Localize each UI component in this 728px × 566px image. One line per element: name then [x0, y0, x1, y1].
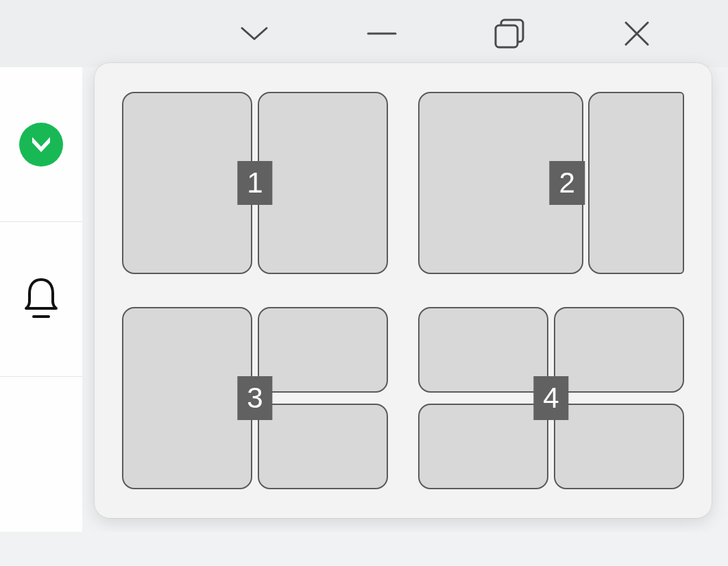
svg-rect-2: [496, 25, 518, 47]
chevron-down-button[interactable]: [191, 0, 318, 67]
layout-zone: [418, 404, 548, 489]
bell-icon: [21, 275, 61, 323]
layout-label: 4: [533, 376, 568, 420]
layout-zone: [418, 307, 548, 393]
close-icon: [623, 20, 651, 47]
left-sidebar: [0, 67, 82, 533]
snap-layouts-popup: 1 2 3 4: [95, 63, 712, 518]
minimize-button[interactable]: [318, 0, 446, 67]
snap-layout-option-4[interactable]: 4: [418, 307, 684, 489]
maximize-restore-icon: [494, 18, 525, 49]
layout-zone: [258, 404, 388, 489]
sidebar-app-item[interactable]: [0, 67, 82, 222]
layout-label: 3: [237, 376, 272, 420]
layout-zone: [122, 307, 252, 489]
sidebar-notifications-item[interactable]: [0, 222, 82, 377]
background-strip: [0, 532, 728, 566]
snap-layout-option-1[interactable]: 1: [122, 92, 388, 274]
minimize-icon: [367, 32, 397, 36]
layout-zone: [258, 307, 388, 393]
maximize-button[interactable]: [446, 0, 573, 67]
layout-label: 2: [550, 161, 585, 205]
layout-zone: [554, 404, 684, 489]
snap-layout-option-3[interactable]: 3: [122, 307, 388, 489]
layout-label: 1: [237, 161, 272, 205]
close-button[interactable]: [573, 0, 701, 67]
layout-zone: [554, 307, 684, 393]
snap-layout-option-2[interactable]: 2: [418, 92, 684, 274]
layout-zone: [588, 92, 684, 274]
chevron-down-icon: [239, 24, 269, 43]
layout-zone: [122, 92, 252, 274]
title-bar: [0, 0, 728, 67]
layout-zone: [258, 92, 388, 274]
app-icon: [19, 123, 63, 167]
